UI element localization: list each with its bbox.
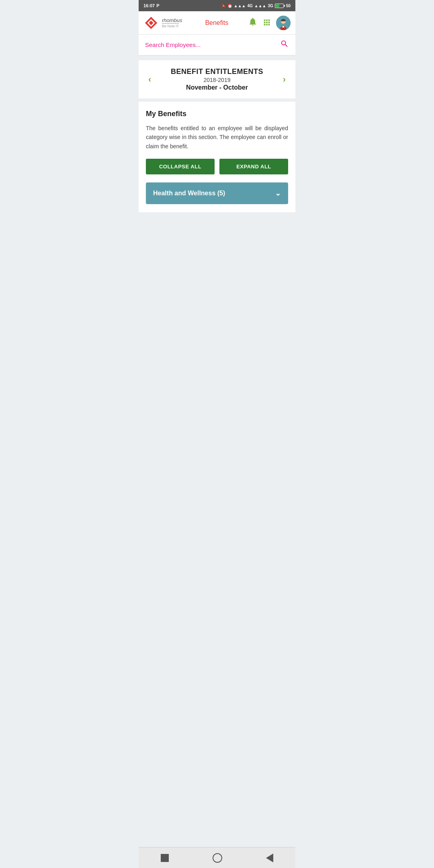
expand-all-button[interactable]: EXPAND ALL [219, 159, 288, 174]
search-bar[interactable]: Search Employees... [139, 35, 295, 55]
accordion-title: Health and Wellness (5) [153, 190, 225, 197]
brand-name: rhombus [162, 17, 182, 23]
brand-tagline: Be Now IT [162, 23, 179, 28]
collapse-all-button[interactable]: COLLAPSE ALL [146, 159, 215, 174]
search-icon[interactable] [280, 39, 289, 50]
page-title: Benefits [189, 19, 245, 27]
signal-icon: ▲▲▲ [234, 4, 246, 8]
entitlement-header: ‹ BENEFIT ENTITLEMENTS 2018-2019 Novembe… [139, 60, 295, 98]
main-content: ‹ BENEFIT ENTITLEMENTS 2018-2019 Novembe… [139, 60, 295, 212]
my-benefits-card: My Benefits The benefits entitled to an … [139, 102, 295, 212]
grid-menu-icon[interactable] [262, 17, 271, 28]
chevron-down-icon: ⌄ [275, 189, 281, 198]
time-display: 16:07 [143, 3, 155, 8]
user-avatar[interactable] [276, 16, 291, 30]
entitlement-period: November - October [154, 84, 279, 91]
battery-indicator: 50 [275, 4, 291, 8]
notification-bell-icon[interactable] [248, 17, 258, 29]
status-bar: 16:07 P 🔕 ⏰ ▲▲▲ 4G ▲▲▲ 3G 50 [139, 0, 295, 11]
alarm-icon: ⏰ [227, 4, 232, 8]
signal-icon-2: ▲▲▲ [254, 4, 266, 8]
network-3g: 3G [268, 4, 273, 8]
entitlement-year: 2018-2019 [154, 77, 279, 83]
rhombus-logo [143, 15, 159, 31]
search-placeholder: Search Employees... [145, 41, 201, 48]
my-benefits-description: The benefits entitled to an employee wil… [146, 124, 288, 151]
entitlement-title: BENEFIT ENTITLEMENTS [154, 68, 279, 76]
entitlement-title-block: BENEFIT ENTITLEMENTS 2018-2019 November … [154, 68, 279, 91]
health-wellness-accordion[interactable]: Health and Wellness (5) ⌄ [146, 182, 288, 204]
p-icon: P [156, 3, 159, 8]
network-4g: 4G [247, 4, 252, 8]
top-nav: rhombus Be Now IT Benefits [139, 11, 295, 35]
prev-arrow-icon[interactable]: ‹ [145, 73, 154, 86]
next-arrow-icon[interactable]: › [280, 73, 289, 86]
mute-icon: 🔕 [221, 4, 226, 8]
my-benefits-title: My Benefits [146, 110, 288, 118]
action-buttons: COLLAPSE ALL EXPAND ALL [146, 159, 288, 174]
